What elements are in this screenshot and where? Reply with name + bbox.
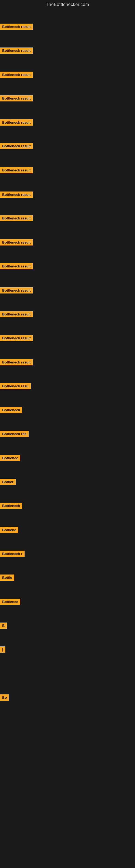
bottleneck-result-badge[interactable]: Bottleneck result <box>0 24 33 30</box>
list-item: Bottleneck r <box>0 551 25 558</box>
list-item: Bottle <box>0 575 14 582</box>
bottleneck-result-badge[interactable]: Bottleneck result <box>0 143 33 149</box>
list-item: Bottleneck result <box>0 24 33 31</box>
list-item: Bo <box>0 694 9 702</box>
bottleneck-result-badge[interactable]: Bottlenec <box>0 599 20 605</box>
list-item: Bottlenec <box>0 455 20 462</box>
list-item: Bottleneck result <box>0 167 33 175</box>
list-item: Bottleneck result <box>0 263 33 271</box>
bottleneck-result-badge[interactable]: Bottleneck result <box>0 191 33 198</box>
list-item: Bottlene <box>0 527 18 534</box>
bottleneck-result-badge[interactable]: | <box>0 646 5 653</box>
list-item: Bottlenec <box>0 599 20 606</box>
bottleneck-result-badge[interactable]: Bottleneck result <box>0 287 33 293</box>
bottleneck-result-badge[interactable]: Bottleneck <box>0 407 22 413</box>
bottleneck-result-badge[interactable]: Bo <box>0 694 9 701</box>
bottleneck-result-badge[interactable]: Bottleneck result <box>0 335 33 341</box>
bottleneck-result-badge[interactable]: Bottleneck result <box>0 72 33 78</box>
bottleneck-result-badge[interactable]: Bottlenec <box>0 455 20 461</box>
list-item: B <box>0 622 7 630</box>
list-item: Bottleneck result <box>0 239 33 247</box>
bottleneck-result-badge[interactable]: Bottler <box>0 479 16 485</box>
list-item: Bottleneck result <box>0 48 33 55</box>
bottleneck-result-badge[interactable]: Bottle <box>0 575 14 581</box>
bottleneck-result-badge[interactable]: Bottleneck result <box>0 215 33 221</box>
list-item: Bottler <box>0 479 16 486</box>
bottleneck-result-badge[interactable]: Bottleneck result <box>0 48 33 54</box>
list-item: Bottleneck result <box>0 119 33 127</box>
list-item: Bottleneck result <box>0 311 33 318</box>
list-item: | <box>0 646 5 654</box>
list-item: Bottleneck result <box>0 335 33 342</box>
bottleneck-result-badge[interactable]: B <box>0 622 7 629</box>
list-item: Bottleneck resu <box>0 383 31 390</box>
bottleneck-result-badge[interactable]: Bottleneck result <box>0 239 33 246</box>
list-item: Bottleneck res <box>0 431 29 438</box>
site-title: TheBottlenecker.com <box>0 0 135 8</box>
list-item: Bottleneck result <box>0 143 33 150</box>
list-item: Bottleneck <box>0 407 22 414</box>
list-item: Bottleneck result <box>0 215 33 222</box>
list-item: Bottleneck result <box>0 191 33 199</box>
list-item: Bottleneck result <box>0 95 33 102</box>
bottleneck-result-badge[interactable]: Bottleneck result <box>0 119 33 126</box>
bottleneck-result-badge[interactable]: Bottleneck result <box>0 359 33 365</box>
list-item: Bottleneck <box>0 503 22 510</box>
bottleneck-result-badge[interactable]: Bottleneck result <box>0 263 33 269</box>
bottleneck-result-badge[interactable]: Bottleneck r <box>0 551 25 557</box>
bottleneck-result-badge[interactable]: Bottleneck res <box>0 431 29 437</box>
bottleneck-result-badge[interactable]: Bottleneck result <box>0 311 33 317</box>
list-item: Bottleneck result <box>0 287 33 294</box>
list-item: Bottleneck result <box>0 359 33 367</box>
bottleneck-result-badge[interactable]: Bottleneck result <box>0 95 33 101</box>
bottleneck-result-badge[interactable]: Bottleneck result <box>0 167 33 173</box>
bottleneck-result-badge[interactable]: Bottleneck <box>0 503 22 509</box>
bottleneck-result-badge[interactable]: Bottleneck resu <box>0 383 31 389</box>
bottleneck-result-badge[interactable]: Bottlene <box>0 527 18 533</box>
list-item: Bottleneck result <box>0 72 33 79</box>
